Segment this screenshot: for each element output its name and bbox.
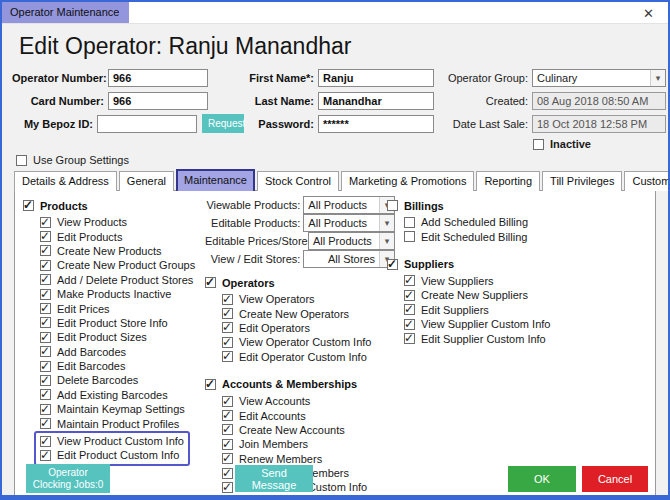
checkbox-item-edit-product-custom-info[interactable]: Edit Product Custom Info [40, 448, 184, 462]
checkbox-checked[interactable] [40, 436, 51, 447]
checkbox-checked[interactable] [205, 379, 216, 390]
group-header-billings[interactable]: Billings [387, 198, 550, 213]
checkbox-item-add-existing-barcodes[interactable]: Add Existing Barcodes [40, 388, 195, 402]
checkbox-checked[interactable] [222, 410, 233, 421]
checkbox-checked[interactable] [40, 245, 51, 256]
tab-till-privileges[interactable]: Till Privileges [542, 171, 622, 191]
use-group-settings-checkbox[interactable]: Use Group Settings [16, 154, 668, 166]
checkbox-item-maintain-product-profiles[interactable]: Maintain Product Profiles [40, 416, 195, 430]
checkbox-item-maintain-keymap-settings[interactable]: Maintain Keymap Settings [40, 402, 195, 416]
group-header-operators[interactable]: Operators [205, 275, 395, 290]
checkbox-checked[interactable] [40, 450, 51, 461]
checkbox-item-edit-product-sizes[interactable]: Edit Product Sizes [40, 330, 195, 344]
checkbox-item-edit-barcodes[interactable]: Edit Barcodes [40, 359, 195, 373]
inactive-checkbox[interactable]: Inactive [533, 138, 666, 150]
tab-maintenance[interactable]: Maintenance [176, 169, 255, 191]
checkbox-item-edit-prices[interactable]: Edit Prices [40, 301, 195, 315]
editable-products-select[interactable]: All Products▾ [303, 214, 395, 232]
group-header-accounts-memberships[interactable]: Accounts & Memberships [205, 377, 395, 392]
checkbox-item-edit-products[interactable]: Edit Products [40, 229, 195, 243]
checkbox-item-edit-suppliers[interactable]: Edit Suppliers [404, 303, 550, 317]
operator-group-select[interactable]: Culinary▾ [532, 69, 666, 87]
send-message-button[interactable]: Send Message [235, 465, 313, 492]
checkbox-item-view-accounts[interactable]: View Accounts [222, 394, 395, 408]
checkbox-item-create-new-accounts[interactable]: Create New Accounts [222, 423, 395, 437]
checkbox-checked[interactable] [40, 332, 51, 343]
checkbox-item-add-scheduled-billing[interactable]: Add Scheduled Billing [404, 215, 550, 229]
checkbox-unchecked[interactable] [387, 200, 398, 211]
checkbox-item-view-operator-custom-info[interactable]: View Operator Custom Info [222, 335, 395, 349]
checkbox-checked[interactable] [40, 231, 51, 242]
checkbox-item-edit-accounts[interactable]: Edit Accounts [222, 408, 395, 422]
checkbox-item-view-products[interactable]: View Products [40, 215, 195, 229]
checkbox-item-view-suppliers[interactable]: View Suppliers [404, 274, 550, 288]
checkbox-item-edit-operators[interactable]: Edit Operators [222, 321, 395, 335]
viewable-products-select[interactable]: All Products▾ [303, 196, 395, 214]
my-bepoz-id-input[interactable] [97, 115, 197, 133]
request-button[interactable]: Request [202, 114, 244, 133]
last-name-input[interactable] [318, 92, 434, 110]
checkbox-checked[interactable] [40, 404, 51, 415]
checkbox-checked[interactable] [404, 333, 415, 344]
checkbox-item-join-members[interactable]: Join Members [222, 437, 395, 451]
checkbox-checked[interactable] [404, 275, 415, 286]
checkbox-unchecked[interactable] [533, 139, 544, 150]
checkbox-unchecked[interactable] [16, 155, 27, 166]
tab-general[interactable]: General [119, 171, 174, 191]
view-edit-stores-select[interactable]: All Stores▾ [303, 250, 395, 268]
checkbox-checked[interactable] [404, 304, 415, 315]
ok-button[interactable]: OK [508, 466, 576, 492]
checkbox-item-delete-barcodes[interactable]: Delete Barcodes [40, 373, 195, 387]
tab-marketing-promotions[interactable]: Marketing & Promotions [341, 171, 474, 191]
tab-custom-info[interactable]: Custom Info [624, 171, 670, 191]
tab-reporting[interactable]: Reporting [476, 171, 540, 191]
checkbox-checked[interactable] [40, 389, 51, 400]
checkbox-checked[interactable] [222, 424, 233, 435]
checkbox-item-create-new-product-groups[interactable]: Create New Product Groups [40, 258, 195, 272]
checkbox-checked[interactable] [40, 361, 51, 372]
checkbox-checked[interactable] [222, 351, 233, 362]
checkbox-unchecked[interactable] [404, 217, 415, 228]
group-header-suppliers[interactable]: Suppliers [387, 257, 550, 272]
checkbox-checked[interactable] [222, 396, 233, 407]
checkbox-item-create-new-products[interactable]: Create New Products [40, 244, 195, 258]
checkbox-checked[interactable] [40, 418, 51, 429]
checkbox-checked[interactable] [222, 322, 233, 333]
checkbox-item-make-products-inactive[interactable]: Make Products Inactive [40, 287, 195, 301]
checkbox-checked[interactable] [404, 319, 415, 330]
checkbox-item-view-product-custom-info[interactable]: View Product Custom Info [40, 434, 184, 448]
checkbox-item-edit-account-custom-info[interactable]: Edit Account Custom Info [222, 495, 395, 500]
close-icon[interactable]: ✕ [639, 5, 658, 22]
checkbox-item-add-barcodes[interactable]: Add Barcodes [40, 345, 195, 359]
checkbox-checked[interactable] [222, 337, 233, 348]
tab-details-address[interactable]: Details & Address [14, 171, 117, 191]
group-header-products[interactable]: Products [23, 198, 195, 213]
first-name-input[interactable] [318, 69, 434, 87]
operator-clocking-jobs-button[interactable]: Operator Clocking Jobs:0 [26, 464, 110, 493]
checkbox-checked[interactable] [40, 346, 51, 357]
editable-prices-stores-select[interactable]: All Products▾ [308, 232, 395, 250]
operator-number-input[interactable] [108, 69, 208, 87]
checkbox-checked[interactable] [40, 375, 51, 386]
checkbox-item-create-new-operators[interactable]: Create New Operators [222, 306, 395, 320]
checkbox-checked[interactable] [222, 496, 233, 500]
checkbox-item-edit-scheduled-billing[interactable]: Edit Scheduled Billing [404, 229, 550, 243]
checkbox-checked[interactable] [40, 317, 51, 328]
checkbox-item-edit-product-store-info[interactable]: Edit Product Store Info [40, 316, 195, 330]
checkbox-checked[interactable] [40, 303, 51, 314]
checkbox-item-view-supplier-custom-info[interactable]: View Supplier Custom Info [404, 317, 550, 331]
checkbox-checked[interactable] [222, 439, 233, 450]
checkbox-item-add-delete-product-stores[interactable]: Add / Delete Product Stores [40, 273, 195, 287]
checkbox-unchecked[interactable] [404, 231, 415, 242]
checkbox-checked[interactable] [40, 274, 51, 285]
checkbox-checked[interactable] [23, 200, 34, 211]
card-number-input[interactable] [108, 92, 208, 110]
tab-stock-control[interactable]: Stock Control [257, 171, 339, 191]
checkbox-item-create-new-suppliers[interactable]: Create New Suppliers [404, 288, 550, 302]
password-input[interactable] [318, 115, 434, 133]
checkbox-checked[interactable] [40, 217, 51, 228]
checkbox-checked[interactable] [387, 259, 398, 270]
checkbox-item-edit-supplier-custom-info[interactable]: Edit Supplier Custom Info [404, 331, 550, 345]
cancel-button[interactable]: Cancel [582, 466, 648, 492]
checkbox-item-edit-operator-custom-info[interactable]: Edit Operator Custom Info [222, 350, 395, 364]
